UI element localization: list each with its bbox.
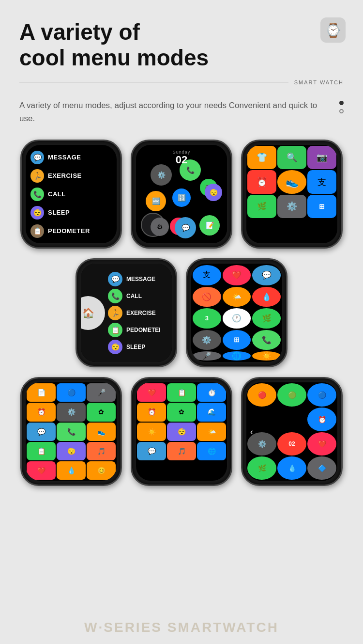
watch-crown-top-8	[341, 403, 343, 416]
watches-row-2: 🏠 💬 MESSAGE 📞 CALL	[14, 258, 349, 367]
arc-exercise-label: EXERCISE	[126, 310, 156, 316]
sg2-c7: ☀️	[137, 423, 166, 441]
watermark: W·SERIES SMARTWATCH	[0, 620, 363, 635]
arc-pedometer-icon: 📋	[108, 323, 122, 337]
sg2-c2: 📋	[167, 383, 196, 402]
watch-list-screen: 💬 MESSAGE 🏃 EXERCISE 📞 CALL 😴	[26, 145, 117, 243]
sg3-c10: 🌿	[247, 456, 276, 480]
home-button: 🏠	[81, 296, 105, 330]
arc-message-label: MESSAGE	[126, 276, 155, 283]
sg2-c6: 🌊	[197, 403, 226, 421]
grid-alarm: ⏰	[247, 170, 276, 193]
watch-colorgrid-wrapper: 👕 🔍 📷 ⏰ 👟 支 🌿 ⚙️ ⊞	[241, 140, 343, 249]
ig-leaf: 🌿	[252, 308, 281, 329]
watch-icongrid-wrapper: 支 ❤️ 💬 🚫 🌤️ 💧 3 🕐 🌿 ⚙️ ⊞ 📞 🎤 🌐	[186, 258, 287, 367]
description-row: A variety of menu modes, adjust accordin…	[0, 85, 363, 125]
grid-leaf: 🌿	[247, 195, 276, 218]
watch-arc-wrapper: 🏠 💬 MESSAGE 📞 CALL	[76, 258, 177, 367]
list-menu: 💬 MESSAGE 🏃 EXERCISE 📞 CALL 😴	[26, 145, 117, 243]
sg1-c10: 📋	[27, 442, 56, 460]
bubble-sleep: 😴	[205, 184, 222, 201]
arc-sleep-label: SLEEP	[126, 344, 145, 350]
watch-icon: ⌚	[320, 17, 346, 43]
watches-grid: 💬 MESSAGE 🏃 EXERCISE 📞 CALL 😴	[0, 125, 363, 496]
sg1-c9: 👟	[87, 423, 116, 441]
watch-crown-top-7	[231, 403, 232, 416]
ig-heart: ❤️	[223, 265, 251, 285]
call-label: CALL	[48, 190, 66, 198]
sg3-c11: 💧	[277, 456, 306, 480]
grid-shirt: 👕	[247, 146, 276, 169]
watch-sg3-body: ‹ 🔴 🟢 🔵 ⏰ ⚙️ 02 ❤️ 🌿 💧	[241, 377, 343, 486]
sg1-c11: 😴	[57, 442, 86, 460]
watch-sg3-wrapper: ‹ 🔴 🟢 🔵 ⏰ ⚙️ 02 ❤️ 🌿 💧	[241, 377, 343, 486]
sg1-c13: ❤️	[27, 461, 56, 480]
arc-items: 💬 MESSAGE 📞 CALL 🏃 EXERCISE	[105, 264, 172, 362]
sg3-c12: 🔷	[307, 456, 336, 480]
sg2-c8: 😴	[167, 423, 196, 441]
watch-bubble-screen: Sunday 02 ⚙️ 📞 🎮 🔤 🔢 😴 ✿ ❤️ 📝 ⚙	[136, 145, 227, 243]
ig-clock: 🕐	[223, 308, 251, 329]
grid-search: 🔍	[277, 146, 306, 169]
ig-drop: 💧	[252, 287, 281, 307]
pedometer-label: PEDOMETER	[48, 227, 90, 235]
arc-sleep: 😴 SLEEP	[108, 340, 169, 354]
message-icon: 💬	[30, 151, 44, 164]
arc-message-icon: 💬	[108, 272, 122, 286]
divider-line	[19, 82, 288, 82]
sg2-c5: ✿	[167, 403, 196, 421]
watch-crown-top-5	[286, 284, 287, 298]
ig-orbit: 🌐	[223, 351, 251, 361]
smart-watch-label: SMART WATCH	[294, 79, 344, 85]
sg2-c10: 💬	[137, 442, 166, 460]
ig-phone: 📞	[252, 330, 281, 350]
sg3-c3: 🔵	[307, 383, 336, 407]
arc-screen: 🏠 💬 MESSAGE 📞 CALL	[81, 264, 172, 362]
sg3-c5	[277, 408, 306, 431]
watch-colorgrid-body: 👕 🔍 📷 ⏰ 👟 支 🌿 ⚙️ ⊞	[241, 140, 343, 249]
arc-sleep-icon: 😴	[108, 340, 122, 354]
description-text: A variety of menu modes, adjust accordin…	[19, 99, 330, 125]
ig-alipay: 支	[193, 265, 221, 285]
watch-crown-bottom-4	[176, 303, 177, 311]
grid-gear: ⚙️	[277, 195, 306, 218]
arc-call-label: CALL	[126, 293, 142, 299]
ig-grid: ⊞	[223, 330, 251, 350]
ig-gear: ⚙️	[193, 330, 221, 350]
grid-table: ⊞	[307, 195, 336, 218]
arc-call: 📞 CALL	[108, 289, 169, 303]
watch-sg2-body: ❤️ 📋 ⏱️ ⏰ ✿ 🌊 ☀️ 😴 🌤️ 💬 🎵 🌐	[131, 377, 232, 486]
watch-crown-bottom-6	[121, 422, 122, 430]
watch-sg1-wrapper: 📄 🔵 🎤 ⏰ ⚙️ ✿ 💬 📞 👟 📋 😴 🎵 ❤️ 💧	[20, 377, 122, 486]
sg2-c9: 🌤️	[197, 423, 226, 441]
watch-crown-top-2	[231, 165, 232, 179]
ig-mic: 🎤	[193, 351, 221, 361]
watch-sg1-screen: 📄 🔵 🎤 ⏰ ⚙️ ✿ 💬 📞 👟 📋 😴 🎵 ❤️ 💧	[26, 382, 117, 481]
ig-sun: ☀️	[252, 351, 281, 361]
watch-crown-bottom-2	[231, 185, 232, 192]
sg3-c9: ❤️	[307, 432, 336, 456]
sg3-grid: 🔴 🟢 🔵 ⏰ ⚙️ 02 ❤️ 🌿 💧 🔷	[246, 382, 337, 481]
sg1-c6: ✿	[87, 403, 116, 421]
watch-icongrid-screen: 支 ❤️ 💬 🚫 🌤️ 💧 3 🕐 🌿 ⚙️ ⊞ 📞 🎤 🌐	[191, 264, 282, 362]
header: A variety of cool menu modes ⌚	[0, 0, 363, 71]
sg2-c3: ⏱️	[197, 383, 226, 402]
message-label: MESSAGE	[48, 154, 81, 161]
watch-list-body: 💬 MESSAGE 🏃 EXERCISE 📞 CALL 😴	[20, 140, 122, 249]
sg3-c2: 🟢	[277, 383, 306, 407]
watch-crown-top	[121, 165, 122, 179]
watch-crown-top-3	[341, 165, 343, 179]
sg1-c7: 💬	[27, 423, 56, 441]
sg1-c3: 🎤	[87, 383, 116, 402]
watch-colorgrid-screen: 👕 🔍 📷 ⏰ 👟 支 🌿 ⚙️ ⊞	[246, 145, 337, 243]
arc-exercise: 🏃 EXERCISE	[108, 306, 169, 320]
watch-list-wrapper: 💬 MESSAGE 🏃 EXERCISE 📞 CALL 😴	[20, 140, 122, 249]
sleep-label: SLEEP	[48, 209, 70, 216]
watch-sg2-screen: ❤️ 📋 ⏱️ ⏰ ✿ 🌊 ☀️ 😴 🌤️ 💬 🎵 🌐	[136, 382, 227, 481]
arc-pedometer: 📋 PEDOMETEI	[108, 323, 169, 337]
sg2-c4: ⏰	[137, 403, 166, 421]
sg1-c8: 📞	[57, 423, 86, 441]
ig-message: 💬	[252, 265, 281, 285]
sg3-bg: ‹ 🔴 🟢 🔵 ⏰ ⚙️ 02 ❤️ 🌿 💧	[246, 382, 337, 481]
bubble-bg: Sunday 02 ⚙️ 📞 🎮 🔤 🔢 😴 ✿ ❤️ 📝 ⚙	[136, 145, 227, 243]
